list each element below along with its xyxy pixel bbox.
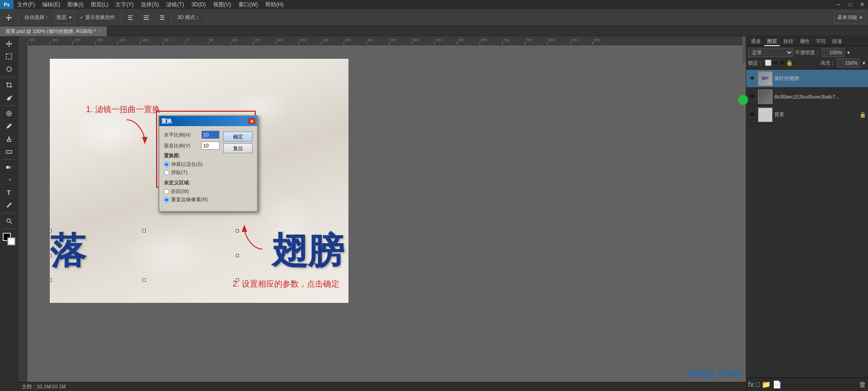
menu-select[interactable]: 选择(S) xyxy=(137,0,162,9)
tool-gradient[interactable] xyxy=(2,161,16,173)
layer-list: 👁 落叶 落叶的翅膀 👁 6b36bec152bcd5cee3bafc7... … xyxy=(746,70,868,377)
window-controls: ─ □ ✕ xyxy=(833,0,868,9)
tool-brush[interactable] xyxy=(2,120,16,132)
delete-layer-btn[interactable]: 🗑 xyxy=(859,381,866,389)
svg-text:600: 600 xyxy=(458,38,464,42)
opacity-input[interactable] xyxy=(822,48,844,57)
layer-controls-bar: fx □ 📁 📄 🗑 xyxy=(746,377,868,391)
svg-rect-13 xyxy=(6,151,12,153)
maximize-button[interactable]: □ xyxy=(844,0,856,9)
wraparound-radio[interactable] xyxy=(164,189,169,194)
svg-rect-3 xyxy=(143,15,149,16)
v-scale-input[interactable] xyxy=(201,141,219,150)
close-button[interactable]: ✕ xyxy=(856,0,868,9)
tab-path[interactable]: 路径 xyxy=(781,36,796,46)
tab-channel[interactable]: 通道 xyxy=(748,36,763,46)
tool-lasso[interactable] xyxy=(2,63,16,75)
tool-crop[interactable] xyxy=(2,79,16,91)
reset-button[interactable]: 复位 xyxy=(223,143,253,153)
svg-text:100: 100 xyxy=(232,38,238,42)
minimize-button[interactable]: ─ xyxy=(833,0,844,9)
layer-visibility-toggle[interactable]: 👁 xyxy=(748,111,756,119)
opacity-dropdown-icon[interactable]: ▼ xyxy=(846,50,851,55)
layer-fx-btn[interactable]: fx xyxy=(748,381,754,389)
lock-transparent-btn[interactable]: ⬜ xyxy=(765,60,772,66)
layer-item[interactable]: 👁 落叶 落叶的翅膀 xyxy=(746,70,868,88)
tool-sep5 xyxy=(3,229,15,229)
undefined-area-options: 折回(W) 重复边缘像素(R) xyxy=(164,188,219,203)
new-group-btn[interactable]: 📁 xyxy=(762,380,771,389)
foreground-background-colors[interactable] xyxy=(3,233,15,245)
svg-text:450: 450 xyxy=(390,38,396,42)
toolbar-separator xyxy=(18,12,19,23)
workspace-preset[interactable]: 基本功能 ▼ xyxy=(834,11,866,24)
tool-zoom[interactable] xyxy=(2,215,16,227)
tool-pen[interactable] xyxy=(2,199,16,211)
h-scale-input[interactable] xyxy=(201,131,219,139)
align-right-btn[interactable] xyxy=(155,11,168,24)
fill-dropdown-icon[interactable]: ▼ xyxy=(862,61,866,66)
tab-layer[interactable]: 图层 xyxy=(764,36,780,46)
tool-eyedropper[interactable] xyxy=(2,92,16,104)
stretch-radio[interactable] xyxy=(164,162,169,167)
dialog-close-btn[interactable]: ✕ xyxy=(248,118,255,124)
menu-filter[interactable]: 滤镜(T) xyxy=(162,0,187,9)
layer-visibility-toggle[interactable]: 👁 xyxy=(748,75,756,83)
menu-image[interactable]: 图像(I) xyxy=(64,0,87,9)
new-layer-btn[interactable]: 📄 xyxy=(773,380,782,389)
add-mask-btn[interactable]: □ xyxy=(755,381,760,389)
svg-text:350: 350 xyxy=(345,38,351,42)
layer-name: 6b36bec152bcd5cee3bafc7... xyxy=(774,94,866,99)
layer-item[interactable]: 👁 6b36bec152bcd5cee3bafc7... xyxy=(746,88,868,106)
menu-text[interactable]: 文字(Y) xyxy=(112,0,137,9)
tile-radio[interactable] xyxy=(164,170,169,175)
selection-handles xyxy=(50,231,238,280)
move-tool-btn[interactable] xyxy=(2,11,15,24)
annotation1-text: 1. 滤镜一扭曲一置换 xyxy=(86,104,160,115)
canvas-area: -350-300-250-200-150-100-500501001502002… xyxy=(18,36,746,382)
svg-text:-200: -200 xyxy=(96,38,104,42)
dialog-title-bar: 置换 ✕ xyxy=(159,116,257,126)
svg-text:150: 150 xyxy=(254,38,261,42)
tool-text[interactable]: T xyxy=(2,187,16,198)
menu-help[interactable]: 帮助(H) xyxy=(262,0,287,9)
svg-text:500: 500 xyxy=(413,38,419,42)
lock-all-btn[interactable]: 🔒 xyxy=(786,60,793,66)
auto-select-dropdown[interactable]: 图层 ▼ xyxy=(54,11,75,24)
menu-window[interactable]: 窗口(W) xyxy=(235,0,262,9)
menu-file[interactable]: 文件(F) xyxy=(14,0,38,9)
menu-3d[interactable]: 3D(D) xyxy=(188,0,210,9)
show-transform-checkbox[interactable]: ✓ 显示变换控件 xyxy=(76,11,118,24)
tool-stamp[interactable] xyxy=(2,133,16,145)
lock-position-btn[interactable]: ✛ xyxy=(780,60,784,66)
tab-character[interactable]: 字符 xyxy=(813,36,829,46)
layer-visibility-toggle[interactable]: 👁 xyxy=(748,93,756,101)
ok-button[interactable]: 确定 xyxy=(223,132,253,141)
svg-text:-150: -150 xyxy=(119,38,126,42)
repeat-radio[interactable] xyxy=(164,197,169,203)
tile-radio-row: 拼贴(T) xyxy=(164,169,219,176)
tool-healing[interactable] xyxy=(2,108,16,119)
annotation2-arrow xyxy=(240,224,267,253)
menu-edit[interactable]: 编辑(E) xyxy=(38,0,64,9)
tab-close-btn[interactable]: × xyxy=(99,29,101,34)
tab-properties[interactable]: 属性 xyxy=(797,36,812,46)
fill-input[interactable] xyxy=(837,58,860,67)
tab-paragraph[interactable]: 段落 xyxy=(830,36,845,46)
document-tab[interactable]: 背景.psd @ 100% (落叶的翅膀, RGB/8) * × xyxy=(0,26,107,36)
status-info: 文档：10.1M/10.1M xyxy=(22,383,66,390)
align-left-btn[interactable] xyxy=(124,11,138,24)
lock-image-btn[interactable]: ✏ xyxy=(773,60,778,66)
displacement-dialog[interactable]: 置换 ✕ 水平比例(H) 垂直比例(V) xyxy=(158,115,258,212)
right-panel-tabs: 通道 图层 路径 属性 字符 段落 xyxy=(746,36,868,46)
tool-path-select[interactable] xyxy=(2,174,16,186)
tool-rectangle-select[interactable] xyxy=(2,51,16,62)
align-center-btn[interactable] xyxy=(139,11,153,24)
tool-move[interactable] xyxy=(2,38,16,50)
blend-mode-select[interactable]: 正常 xyxy=(748,48,793,57)
menu-layer[interactable]: 图层(L) xyxy=(87,0,112,9)
menu-view[interactable]: 视图(V) xyxy=(210,0,235,9)
tool-eraser[interactable] xyxy=(2,146,16,157)
right-panel-scrollbar[interactable] xyxy=(742,36,746,63)
layer-item[interactable]: 👁 背景 🔒 xyxy=(746,106,868,124)
